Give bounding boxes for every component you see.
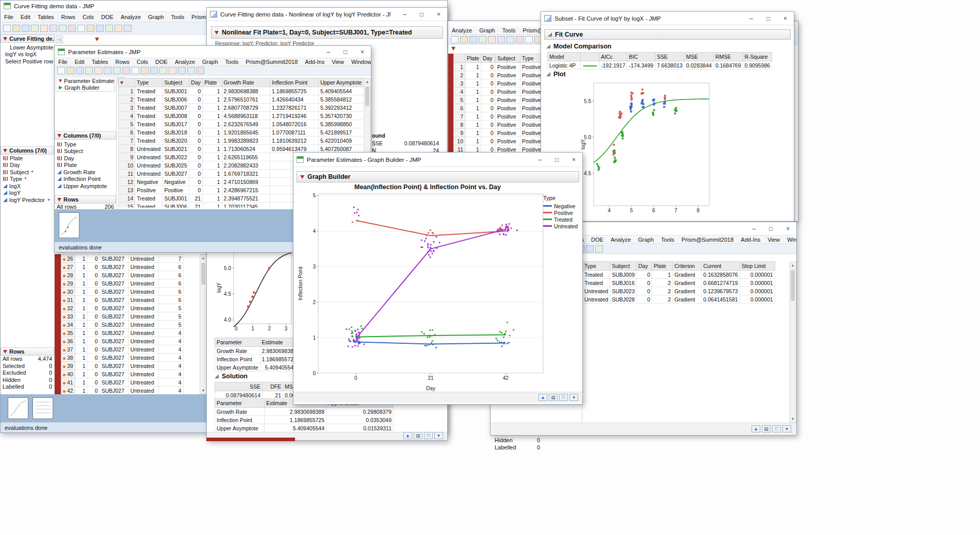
menu-item-file[interactable]: File <box>1 13 17 21</box>
paste-icon[interactable] <box>104 67 111 74</box>
new-data-table-icon[interactable] <box>3 25 11 32</box>
scroll-top-icon[interactable]: ▲ <box>752 425 760 432</box>
red-triangle-icon[interactable] <box>3 37 7 41</box>
column-header[interactable]: R-Square <box>743 53 772 61</box>
scroll-up-icon[interactable]: ▲ <box>200 255 206 261</box>
copy-icon[interactable] <box>94 67 102 74</box>
column-header[interactable]: Subject <box>495 54 520 63</box>
copy-icon[interactable] <box>50 25 57 32</box>
disclosure-icon[interactable] <box>546 72 550 76</box>
menu-item-analyze[interactable]: Analyze <box>171 58 199 65</box>
open-icon[interactable] <box>67 67 74 74</box>
column-header[interactable]: Current <box>701 262 740 271</box>
close-button[interactable]: × <box>430 8 447 21</box>
search-icon[interactable] <box>115 25 122 32</box>
row-state-column[interactable] <box>448 54 453 153</box>
column-header[interactable]: Type <box>135 78 162 87</box>
add-rows-icon[interactable] <box>87 25 94 32</box>
red-triangle-icon[interactable] <box>3 350 7 354</box>
column-header[interactable]: AICc <box>599 53 627 61</box>
rows-panel-header[interactable]: Rows <box>55 195 116 204</box>
legend-item-treated[interactable]: Treated <box>543 216 581 223</box>
lasso-icon[interactable] <box>507 36 514 43</box>
menu-item-analyze[interactable]: Analyze <box>117 13 144 21</box>
table-red-triangle-icon[interactable] <box>95 38 99 41</box>
columns-panel-header[interactable]: Columns (7/0) <box>55 131 116 140</box>
maximize-button[interactable]: □ <box>762 222 779 235</box>
column-header[interactable]: Plate <box>465 54 481 63</box>
minimize-button[interactable]: – <box>320 46 337 58</box>
red-triangle-icon[interactable] <box>57 134 61 138</box>
table-row[interactable]: 210PositivePositive <box>454 71 544 79</box>
close-button[interactable]: × <box>779 222 796 235</box>
list-item-logy[interactable]: logY <box>1 190 54 197</box>
dropdown-icon[interactable]: ▾ <box>434 432 443 439</box>
table-row[interactable]: 2910SUBJ027Untreated6 <box>61 279 184 288</box>
new-data-table-icon[interactable] <box>57 67 65 74</box>
disclosure-icon[interactable] <box>548 32 552 37</box>
column-header[interactable]: Parameter <box>215 399 265 408</box>
dropdown-icon[interactable]: ▾ <box>782 425 791 432</box>
save-icon[interactable] <box>76 67 84 74</box>
help-icon[interactable] <box>595 245 603 253</box>
maximize-button[interactable]: □ <box>337 46 354 58</box>
table-row[interactable]: 3410SUBJ027Untreated5 <box>61 321 184 329</box>
open-icon[interactable] <box>12 25 20 32</box>
menu-item-window[interactable]: Window <box>783 236 796 243</box>
solution-header[interactable]: Solution <box>215 373 248 380</box>
vertical-scrollbar[interactable]: ▲ ▼ <box>200 254 207 394</box>
menu-item-prism-summit2018[interactable]: Prism@Summit2018 <box>242 58 301 65</box>
scroll-thumb[interactable] <box>365 87 369 106</box>
close-button[interactable]: × <box>777 12 794 25</box>
table-row[interactable]: 2810SUBJ027Untreated6 <box>61 271 184 279</box>
table-row[interactable]: 510PositivePositive <box>454 96 544 104</box>
column-header[interactable]: Criterion <box>673 262 701 271</box>
table-row[interactable]: 3510SUBJ027Untreated4 <box>61 329 184 337</box>
red-triangle-icon[interactable] <box>57 198 61 202</box>
table-row[interactable]: Inflection Point1.1869855725 <box>215 355 299 363</box>
outline-item-parameter-estimates[interactable]: Parameter Estimates▸ <box>56 77 115 85</box>
format-icon[interactable] <box>77 25 85 32</box>
sort-icon[interactable] <box>159 67 167 74</box>
menu-item-add-ins[interactable]: Add-Ins <box>301 58 328 65</box>
table-row[interactable]: Logistic 4P-192.1917-174.34997.66380130.… <box>548 61 772 70</box>
grid-icon[interactable] <box>132 67 139 74</box>
table-row[interactable]: Growth Rate2.98306983880.29808379 <box>215 408 394 416</box>
scroll-thumb[interactable] <box>791 270 795 301</box>
menu-item-tools[interactable]: Tools <box>168 13 188 21</box>
filter-icon[interactable] <box>187 67 195 74</box>
red-triangle-icon[interactable] <box>3 149 7 153</box>
minimize-button[interactable]: – <box>745 222 762 235</box>
menu-item-prism-summit2018[interactable]: Prism@Summit2018 <box>188 13 207 21</box>
list-item-growth-rate[interactable]: Growth Rate <box>55 169 116 176</box>
menu-item-rows[interactable]: Rows <box>112 58 134 65</box>
table-row[interactable]: 610PositivePositive <box>454 104 544 112</box>
menu-item-view[interactable]: View <box>328 58 348 65</box>
menu-item-tables[interactable]: Tables <box>34 13 58 21</box>
table-row[interactable]: 7TreatedSUBJ020011.99832898231.181063921… <box>119 137 368 145</box>
grid-icon[interactable]: ▤ <box>549 394 558 401</box>
menu-item-cols[interactable]: Cols <box>79 13 97 21</box>
legend-item-positive[interactable]: Positive <box>543 209 581 216</box>
scroll-down-icon[interactable]: ▼ <box>790 415 796 422</box>
menu-item-add-ins[interactable]: Add-Ins <box>737 236 764 243</box>
outline-item-graph-builder[interactable]: Graph Builder <box>56 85 115 92</box>
maximize-button[interactable]: □ <box>548 153 565 166</box>
column-header[interactable]: Type <box>583 262 610 271</box>
table-row[interactable]: 2710SUBJ027Untreated6 <box>61 263 184 271</box>
red-triangle-icon[interactable] <box>215 31 219 35</box>
menu-item-doe[interactable]: DOE <box>587 236 607 243</box>
grid-icon[interactable] <box>525 36 533 43</box>
menu-item-doe[interactable]: DOE <box>152 58 171 65</box>
preview-thumbnail[interactable] <box>59 212 79 238</box>
print-icon[interactable] <box>85 67 93 74</box>
red-triangle-icon[interactable] <box>120 81 123 85</box>
table-row[interactable]: TreatedSUBJ00901Gradient0.16328580760.00… <box>583 271 775 279</box>
table-row[interactable]: Inflection Point1.18698557250.0353049 <box>215 416 394 424</box>
table-row[interactable]: 2TreatedSUBJ006012.57965107611.426640434… <box>119 95 368 104</box>
column-header[interactable]: Model <box>548 53 581 61</box>
column-header[interactable]: Stop Limit <box>740 262 775 271</box>
select-icon[interactable] <box>488 36 496 43</box>
sort-icon[interactable] <box>105 25 113 32</box>
table-row[interactable]: 4TreatedSUBJ008014.56889631181.271941924… <box>119 112 368 120</box>
